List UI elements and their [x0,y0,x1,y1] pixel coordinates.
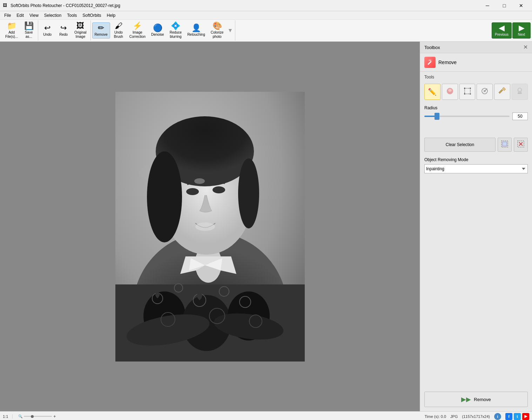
next-button[interactable]: ▶ Next [512,22,531,39]
next-label: Next [518,33,525,37]
svg-rect-43 [503,142,507,146]
remove-button[interactable]: ✏ Remove [92,22,110,39]
colorize-photo-button[interactable]: 🎨 Colorize photo [208,20,226,41]
svg-point-25 [194,178,205,184]
original-image-icon: 🖼 [76,22,84,30]
info-button[interactable]: i [494,413,501,420]
stamp-tool-button[interactable] [512,84,528,100]
svg-point-31 [464,88,465,89]
status-zoom: 1:1 [3,414,13,419]
twitter-icon[interactable]: t [514,413,521,420]
save-as-button[interactable]: 💾 Save as... [21,20,36,41]
radius-slider[interactable] [424,116,510,117]
radius-thumb[interactable] [435,113,439,120]
zoom-slider[interactable] [24,416,52,417]
add-files-label: Add File(s)... [5,30,18,39]
menu-edit[interactable]: Edit [14,11,27,20]
svg-point-36 [484,90,486,92]
save-icon: 💾 [24,22,34,30]
mode-select[interactable]: Inpainting Smooth Texture [424,164,528,173]
radius-value[interactable]: 50 [512,112,528,120]
mode-label: Object Removing Mode [424,157,528,162]
selection-rect-icon [464,87,471,97]
svg-rect-27 [429,60,431,61]
reduce-blurring-icon: 💠 [171,22,180,30]
menu-bar: File Edit View Selection Tools SoftOrbit… [0,11,532,20]
remove-btn-section: ▶▶ Remove [420,387,532,411]
toolbar-history-group: ↩ Undo ↪ Redo 🖼 Original Image [38,20,90,41]
svg-rect-40 [518,92,521,93]
remove-section-title: Remove [438,60,457,65]
original-image-button[interactable]: 🖼 Original Image [72,20,89,41]
undo-brush-button[interactable]: 🖌 Undo Brush [111,20,126,41]
add-files-button[interactable]: 📁 Add File(s)... [3,20,20,41]
denoise-label: Denoise [151,33,164,37]
undo-label: Undo [43,33,52,37]
svg-point-33 [464,93,465,95]
redo-label: Redo [59,33,68,37]
eraser-tool-button[interactable] [442,84,458,100]
close-button[interactable]: ✕ [513,0,529,11]
zoom-slider-container: 🔍 + [18,414,56,419]
toolbox-spacer [420,123,532,133]
magic-wand-tool-button[interactable] [477,84,493,100]
image-correction-icon: ⚡ [133,22,142,30]
remove-header: Remove [420,53,532,72]
redo-icon: ↪ [60,24,67,32]
select-all-button[interactable] [498,138,512,152]
youtube-icon[interactable]: ▶ [522,413,529,420]
social-icons: f t ▶ [505,413,529,420]
svg-point-11 [238,158,259,228]
remove-icon: ✏ [98,24,104,32]
eraser-icon [446,87,454,97]
toolbar-nav-group: ◀ Previous ▶ Next [492,20,531,41]
menu-file[interactable]: File [1,11,14,20]
toolbar: 📁 Add File(s)... 💾 Save as... ↩ Undo ↪ R… [0,20,532,42]
pencil-tool-button[interactable]: ✏️ [424,84,440,100]
menu-selection[interactable]: Selection [41,11,64,20]
undo-icon: ↩ [44,24,50,32]
remove-action-button[interactable]: ▶▶ Remove [424,392,528,407]
tools-section-label: Tools [420,72,532,80]
zoom-out-icon[interactable]: 🔍 [18,414,22,418]
svg-rect-41 [518,93,522,94]
menu-tools[interactable]: Tools [64,11,80,20]
deselect-icon [517,140,525,149]
maximize-button[interactable]: □ [496,0,512,11]
remove-arrow-icon: ▶▶ [461,395,471,403]
previous-button[interactable]: ◀ Previous [492,22,512,39]
hammer-tool-button[interactable] [494,84,510,100]
canvas-area[interactable] [0,42,420,411]
previous-icon: ◀ [499,24,505,32]
title-bar: 🖼 SoftOrbits Photo Retoucher - CCF010520… [0,0,532,11]
zoom-slider-thumb [31,415,34,418]
menu-help[interactable]: Help [104,11,119,20]
menu-view[interactable]: View [27,11,41,20]
radius-label: Radius [424,105,528,110]
svg-point-14 [195,222,215,231]
more-tools-chevron[interactable]: ▼ [227,27,234,34]
denoise-button[interactable]: 🔵 Denoise [149,22,167,39]
image-correction-button[interactable]: ⚡ Image Correction [127,20,148,41]
status-right: Time (s): 0.0 JPG (1157x1717x24) i f t ▶ [425,413,529,420]
reduce-blurring-button[interactable]: 💠 Reduce blurring [167,20,184,41]
facebook-icon[interactable]: f [505,413,512,420]
clear-selection-button[interactable]: Clear Selection [424,138,496,152]
retouching-label: Retouching [187,33,205,37]
minimize-button[interactable]: ─ [479,0,496,11]
toolbar-file-group: 📁 Add File(s)... 💾 Save as... [1,20,38,41]
remove-label: Remove [95,33,108,37]
radius-section: Radius 50 [420,103,532,123]
deselect-button[interactable] [514,138,528,152]
toolbox-title: Toolbox [424,45,440,50]
stamp-icon [516,87,524,97]
zoom-in-icon[interactable]: + [53,414,56,419]
selection-rect-tool-button[interactable] [459,84,476,100]
toolbox-panel: Toolbox ✕ Remove Tools ✏️ [420,42,532,411]
redo-button[interactable]: ↪ Redo [56,22,71,39]
toolbox-close-button[interactable]: ✕ [523,44,528,50]
reduce-blurring-label: Reduce blurring [170,30,182,39]
menu-softorbits[interactable]: SoftOrbits [80,11,104,20]
retouching-button[interactable]: 👤 Retouching [185,22,208,39]
undo-button[interactable]: ↩ Undo [40,22,55,39]
